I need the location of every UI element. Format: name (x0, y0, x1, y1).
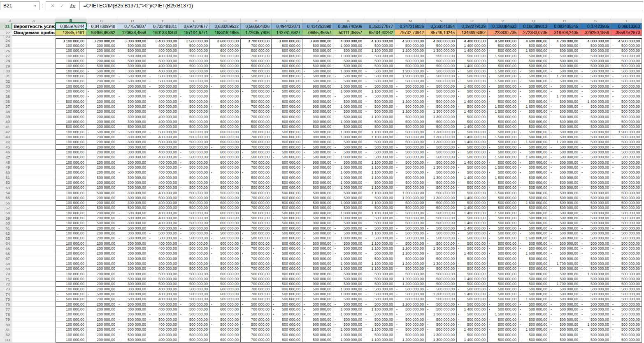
cell-K64[interactable]: -500 000,00 (333, 241, 364, 246)
cell-H36[interactable]: -500 000,00 (241, 99, 272, 104)
cell-J21[interactable]: 0,414253898 (302, 23, 333, 30)
cell-S36[interactable]: 1 800 000,00 (580, 99, 611, 104)
cell-R28[interactable]: -500 000,00 (549, 58, 580, 63)
row-header-24[interactable]: 24 (0, 38, 12, 43)
cell-N57[interactable]: -500 000,00 (426, 206, 457, 211)
cell-H81[interactable]: 700 000,00 (241, 327, 272, 332)
cell-K51[interactable]: 1 000 000,00 (333, 175, 364, 180)
cell-L70[interactable]: -500 000,00 (364, 271, 395, 276)
cell-P59[interactable]: -500 000,00 (488, 216, 518, 220)
cell-Q42[interactable]: -500 000,00 (518, 130, 549, 134)
cell-P58[interactable]: 1 500 000,00 (488, 211, 518, 216)
cell-K48[interactable]: -500 000,00 (333, 160, 364, 165)
cell-O35[interactable]: -500 000,00 (457, 94, 488, 99)
cell-I35[interactable]: 800 000,00 (272, 94, 302, 99)
cell-S40[interactable]: -500 000,00 (580, 119, 611, 124)
cell-G78[interactable]: 600 000,00 (210, 312, 241, 317)
cell-R78[interactable]: -500 000,00 (549, 312, 580, 317)
cell-G27[interactable]: -500 000,00 (210, 53, 241, 58)
cell-J43[interactable]: 900 000,00 (302, 134, 333, 139)
cell-P79[interactable]: -500 000,00 (488, 317, 518, 322)
cell-P56[interactable]: -500 000,00 (488, 201, 518, 206)
cell-J37[interactable]: 900 000,00 (302, 104, 333, 109)
cell-P57[interactable]: -500 000,00 (488, 206, 518, 211)
cell-T61[interactable]: -500 000,00 (611, 226, 642, 231)
cell-A62[interactable] (12, 231, 56, 236)
cell-O52[interactable]: -500 000,00 (457, 180, 488, 185)
cell-A69[interactable] (12, 267, 56, 271)
cell-M30[interactable]: 1 200 000,00 (395, 69, 426, 74)
cell-Q48[interactable]: -500 000,00 (518, 160, 549, 165)
cell-E61[interactable]: 400 000,00 (148, 226, 179, 231)
cell-C58[interactable]: 200 000,00 (86, 211, 117, 216)
cell-R39[interactable]: -500 000,00 (549, 114, 580, 119)
cell-L27[interactable]: -500 000,00 (364, 53, 395, 58)
cell-G55[interactable]: -500 000,00 (210, 195, 241, 200)
cell-C21[interactable]: 0,847809948 (86, 23, 117, 30)
cell-P52[interactable]: -500 000,00 (488, 180, 518, 185)
cell-I58[interactable]: -500 000,00 (272, 211, 302, 216)
row-header-55[interactable]: 55 (0, 195, 12, 200)
cell-F53[interactable]: -500 000,00 (179, 185, 210, 190)
cell-S37[interactable]: -500 000,00 (580, 104, 611, 109)
cell-C81[interactable]: 200 000,00 (86, 327, 117, 332)
cell-L53[interactable]: 1 100 000,00 (364, 185, 395, 190)
cell-C66[interactable]: 200 000,00 (86, 251, 117, 256)
cell-F25[interactable]: 500 000,00 (179, 43, 210, 48)
cell-T49[interactable]: -500 000,00 (611, 165, 642, 170)
cell-E63[interactable]: -500 000,00 (148, 236, 179, 241)
cell-I52[interactable]: -500 000,00 (272, 180, 302, 185)
cell-O49[interactable]: -500 000,00 (457, 165, 488, 170)
row-header-82[interactable]: 82 (0, 332, 12, 337)
cell-H27[interactable]: 700 000,00 (241, 53, 272, 58)
cell-I77[interactable]: -500 000,00 (272, 307, 302, 312)
cell-F48[interactable]: -500 000,00 (179, 160, 210, 165)
cell-R58[interactable]: -500 000,00 (549, 211, 580, 216)
cell-G38[interactable]: 600 000,00 (210, 109, 241, 114)
cell-P21[interactable]: 0,138084633 (488, 23, 518, 30)
cell-F80[interactable]: 500 000,00 (179, 322, 210, 327)
cell-F75[interactable]: -500 000,00 (179, 297, 210, 302)
cell-K45[interactable]: -500 000,00 (333, 145, 364, 150)
cell-E39[interactable]: 400 000,00 (148, 114, 179, 119)
cell-J24[interactable]: 3 900 000,00 (302, 38, 333, 43)
cell-F55[interactable]: -500 000,00 (179, 195, 210, 200)
cell-S81[interactable]: -500 000,00 (580, 327, 611, 332)
cell-J46[interactable]: -500 000,00 (302, 150, 333, 155)
cell-E49[interactable]: 400 000,00 (148, 165, 179, 170)
cell-P61[interactable]: -500 000,00 (488, 226, 518, 231)
cell-N56[interactable]: -500 000,00 (426, 201, 457, 206)
cell-E40[interactable]: 400 000,00 (148, 119, 179, 124)
cell-P81[interactable]: -500 000,00 (488, 327, 518, 332)
cell-D57[interactable]: -500 000,00 (117, 206, 148, 211)
cell-T34[interactable]: -500 000,00 (611, 89, 642, 94)
cell-I30[interactable]: 800 000,00 (272, 69, 302, 74)
cell-M35[interactable]: -500 000,00 (395, 94, 426, 99)
cell-D54[interactable]: 300 000,00 (117, 190, 148, 195)
cell-T62[interactable]: -500 000,00 (611, 231, 642, 236)
cell-L67[interactable]: -500 000,00 (364, 256, 395, 261)
cell-P77[interactable]: -500 000,00 (488, 307, 518, 312)
cell-E36[interactable]: 400 000,00 (148, 99, 179, 104)
cell-F24[interactable]: 3 500 000,00 (179, 38, 210, 43)
cell-G74[interactable]: 600 000,00 (210, 292, 241, 297)
column-header-S[interactable]: S (580, 19, 611, 23)
cell-J51[interactable]: 900 000,00 (302, 175, 333, 180)
cell-B65[interactable]: 100 000,00 (56, 246, 86, 251)
cell-J29[interactable]: -500 000,00 (302, 64, 333, 69)
cell-N39[interactable]: 1 300 000,00 (426, 114, 457, 119)
cell-K35[interactable]: -500 000,00 (333, 94, 364, 99)
cell-N36[interactable]: -500 000,00 (426, 99, 457, 104)
cell-P80[interactable]: -500 000,00 (488, 322, 518, 327)
cell-N41[interactable]: -500 000,00 (426, 125, 457, 130)
cell-I63[interactable]: 800 000,00 (272, 236, 302, 241)
cell-J28[interactable]: -500 000,00 (302, 58, 333, 63)
cell-I47[interactable]: -500 000,00 (272, 155, 302, 160)
cell-O26[interactable]: 1 400 000,00 (457, 49, 488, 53)
cell-C60[interactable]: -500 000,00 (86, 221, 117, 226)
cell-N33[interactable]: -500 000,00 (426, 84, 457, 89)
cell-L32[interactable]: -500 000,00 (364, 79, 395, 84)
cell-I76[interactable]: -500 000,00 (272, 302, 302, 307)
cell-Q34[interactable]: -500 000,00 (518, 89, 549, 94)
cell-F67[interactable]: 500 000,00 (179, 256, 210, 261)
